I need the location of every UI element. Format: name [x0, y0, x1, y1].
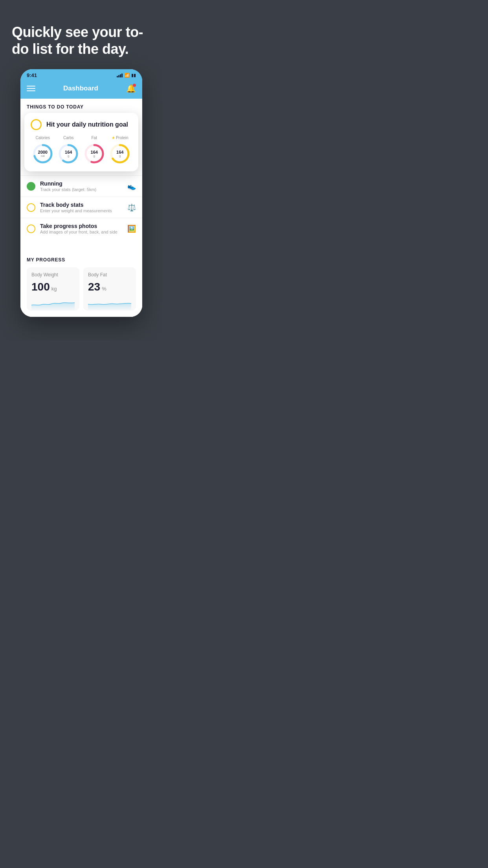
running-title: Running	[40, 180, 123, 187]
phone-frame: 9:41 📶 ▮▮ Dashboard 🔔	[20, 69, 142, 317]
progress-photos-subtitle: Add images of your front, back, and side	[40, 230, 123, 234]
body-fat-label: Body Fat	[88, 272, 131, 278]
star-icon: ★	[112, 136, 115, 140]
body-weight-value-wrap: 100 kg	[31, 281, 75, 293]
progress-photos-text: Take progress photos Add images of your …	[40, 223, 123, 234]
page-wrapper: Quickly see your to-do list for the day.…	[0, 0, 163, 340]
fat-donut: 164 g	[83, 142, 106, 165]
battery-icon: ▮▮	[131, 73, 136, 78]
todo-running[interactable]: Running Track your stats (target: 5km) 👟	[20, 175, 142, 197]
calories-unit: cal	[38, 154, 48, 158]
person-icon: 🖼️	[127, 224, 136, 233]
carbs-donut: 164 g	[57, 142, 80, 165]
todo-list: Running Track your stats (target: 5km) 👟…	[20, 175, 142, 239]
body-fat-card[interactable]: Body Fat 23 %	[83, 267, 136, 311]
todo-progress-photos[interactable]: Take progress photos Add images of your …	[20, 218, 142, 239]
body-weight-unit: kg	[51, 286, 57, 292]
carbs-label: Carbs	[63, 136, 74, 140]
signal-icon	[117, 74, 123, 77]
empty-space	[20, 239, 142, 251]
body-weight-label: Body Weight	[31, 272, 75, 278]
protein-label: Protein	[116, 136, 128, 140]
progress-photos-title: Take progress photos	[40, 223, 123, 229]
running-subtitle: Track your stats (target: 5km)	[40, 187, 123, 192]
progress-cards: Body Weight 100 kg	[27, 267, 136, 317]
progress-photos-check-circle	[27, 224, 35, 233]
fat-unit: g	[91, 154, 98, 158]
bottom-padding	[0, 317, 163, 340]
body-weight-graph	[31, 296, 75, 311]
hero-section: Quickly see your to-do list for the day.	[0, 0, 163, 69]
body-stats-text: Track body stats Enter your weight and m…	[40, 202, 123, 213]
nutrition-check-circle[interactable]	[31, 119, 42, 130]
nutrition-protein: ★ Protein 164 g	[108, 136, 131, 165]
app-header: Dashboard 🔔	[20, 80, 142, 99]
protein-donut: 164 g	[108, 142, 131, 165]
body-stats-check-circle	[27, 203, 35, 212]
app-content: THINGS TO DO TODAY Hit your daily nutrit…	[20, 99, 142, 317]
body-weight-value: 100	[31, 281, 50, 293]
calories-donut: 2000 cal	[31, 142, 54, 165]
calories-label: Calories	[35, 136, 50, 140]
status-time: 9:41	[27, 72, 37, 78]
nutrition-card-header: Hit your daily nutrition goal	[31, 119, 132, 130]
body-weight-card[interactable]: Body Weight 100 kg	[27, 267, 79, 311]
body-fat-unit: %	[102, 286, 106, 292]
things-to-do-title: THINGS TO DO TODAY	[20, 99, 142, 113]
shoe-icon: 👟	[127, 182, 136, 191]
scale-icon: ⚖️	[127, 203, 136, 212]
nutrition-calories: Calories 2000 cal	[31, 136, 54, 165]
running-check-circle	[27, 182, 35, 191]
header-title: Dashboard	[63, 85, 98, 92]
fat-label: Fat	[92, 136, 97, 140]
nutrition-card-title: Hit your daily nutrition goal	[46, 121, 128, 128]
progress-section-title: MY PROGRESS	[27, 257, 136, 263]
body-stats-title: Track body stats	[40, 202, 123, 208]
carbs-unit: g	[65, 154, 72, 158]
protein-unit: g	[116, 154, 123, 158]
hero-title: Quickly see your to-do list for the day.	[12, 24, 151, 57]
wifi-icon: 📶	[124, 73, 130, 78]
body-stats-subtitle: Enter your weight and measurements	[40, 208, 123, 213]
status-bar: 9:41 📶 ▮▮	[20, 69, 142, 80]
menu-button[interactable]	[27, 86, 35, 91]
protein-label-wrap: ★ Protein	[112, 136, 128, 140]
notifications-button[interactable]: 🔔	[126, 84, 136, 93]
progress-section: MY PROGRESS Body Weight 100 kg	[20, 251, 142, 317]
running-text: Running Track your stats (target: 5km)	[40, 180, 123, 192]
body-fat-graph	[88, 296, 131, 311]
body-fat-value: 23	[88, 281, 100, 293]
nutrition-card: Hit your daily nutrition goal Calories	[24, 113, 138, 171]
status-icons: 📶 ▮▮	[117, 73, 136, 78]
todo-body-stats[interactable]: Track body stats Enter your weight and m…	[20, 197, 142, 218]
nutrition-fat: Fat 164 g	[83, 136, 106, 165]
nutrition-grid: Calories 2000 cal	[31, 136, 132, 165]
body-fat-value-wrap: 23 %	[88, 281, 131, 293]
nutrition-carbs: Carbs 164 g	[57, 136, 80, 165]
